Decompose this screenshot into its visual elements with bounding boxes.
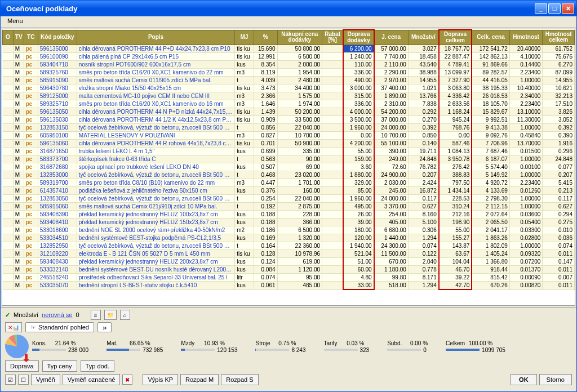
column-header[interactable]: MJ xyxy=(235,30,254,45)
table-cell: 2 310.00 xyxy=(374,100,409,108)
table-row[interactable]: Mpc585915060směs maltová suchá Cemix 021… xyxy=(3,203,575,211)
table-cell: pc xyxy=(24,61,38,69)
vymen-button[interactable]: Vyměň xyxy=(31,374,60,385)
column-header[interactable]: O xyxy=(3,30,14,45)
ok-button[interactable]: OK xyxy=(511,374,537,385)
table-cell: 1.439 xyxy=(254,108,277,116)
table-cell xyxy=(3,179,14,187)
column-header[interactable]: Rabat [%] xyxy=(322,30,344,45)
column-header[interactable]: TV xyxy=(13,30,24,45)
table-row[interactable]: Mpc596135030cihla děrovaná POROTHERM 44 … xyxy=(3,116,575,124)
column-header[interactable]: Hmotnost celkem xyxy=(543,30,575,45)
table-row[interactable]: Mpc245518240prostředek odbedňovací Sika … xyxy=(3,274,575,282)
column-header[interactable]: J. cena xyxy=(374,30,409,45)
table-cell: 14.955 xyxy=(543,77,575,84)
close-button[interactable]: ✕ xyxy=(562,3,574,14)
rozpad-s-button[interactable]: Rozpad S xyxy=(221,374,258,385)
table-cell: 1.00000 xyxy=(509,77,543,84)
table-row[interactable]: Mpc614357410podlážka lešeňová z jehlična… xyxy=(3,187,575,195)
table-cell xyxy=(322,179,344,187)
table-cell: 10.621 xyxy=(543,84,575,92)
table-row[interactable]: Mpc596135000cihla děrovaná POROTHERM 44 … xyxy=(3,45,575,53)
maximize-button[interactable]: □ xyxy=(548,3,561,14)
storno-button[interactable]: Storno xyxy=(539,374,572,385)
table-cell: 16.872 xyxy=(408,187,438,195)
clear-filter-icon[interactable]: ✕📊 xyxy=(5,322,22,332)
table-cell xyxy=(322,100,344,108)
table-cell: t xyxy=(235,242,254,250)
column-header[interactable]: Celk. cena xyxy=(472,30,509,45)
table-cell xyxy=(322,274,344,282)
table-row[interactable]: Mpc533035070bednění stropní LS-BEST-stat… xyxy=(3,282,575,290)
table-row[interactable]: Mpc585915090směs maltová suchá Cemix 011… xyxy=(3,77,575,84)
table-cell xyxy=(322,266,344,274)
table-cell: 1.294 xyxy=(408,234,438,242)
table-row[interactable]: Mpc596100090cihla pálená plná CP 29x14x6… xyxy=(3,53,575,61)
column-header[interactable]: % xyxy=(254,30,277,45)
table-row[interactable]: Mpc533032140bednění systémové BEST-DU no… xyxy=(3,266,575,274)
table-cell: 533032140 xyxy=(38,266,77,274)
table-row[interactable]: Mpc605950100MATERIAL LESENOVY V POUZIVAN… xyxy=(3,132,575,140)
view-next-button[interactable]: » xyxy=(97,322,112,332)
menu-item[interactable]: Menu xyxy=(4,16,26,25)
table-row[interactable]: Mpc132853050tyč ocelová žebírková, výztu… xyxy=(3,195,575,203)
table-cell: 768.76 xyxy=(439,124,472,132)
table-row[interactable]: Mpc132853150tyč ocelová žebírková, výztu… xyxy=(3,124,575,132)
table-cell: 7.838 xyxy=(408,100,438,108)
table-row[interactable]: Mpc589325760směs pro beton třída C16/20 … xyxy=(3,69,575,77)
typ-dod-button[interactable]: Typ dod. xyxy=(81,360,114,372)
table-row[interactable]: Mpc533034510bednění systémové BEST-stojk… xyxy=(3,234,575,242)
column-header[interactable]: Kód položky xyxy=(38,30,77,45)
filter-tool-2[interactable]: 📁 xyxy=(104,310,117,320)
table-row[interactable]: Mpc533018600bednění NOE SL 2000 ocelový … xyxy=(3,226,575,234)
uncheck-all-button[interactable]: ☐ xyxy=(18,375,29,385)
table-row[interactable]: Mpc596430780vložka stropní Miako 15/50 4… xyxy=(3,84,575,92)
data-grid[interactable]: OTVTCKód položkyPopisMJ%Nákupní cena dod… xyxy=(2,29,575,306)
filter-tool-3[interactable]: ⌂ xyxy=(120,310,130,320)
table-cell: překlad keramický jednostranný HELUZ 100… xyxy=(77,211,234,219)
table-cell: MATERIAL LESENOVY V POUZIVANI xyxy=(77,132,234,140)
table-row[interactable]: Mpc593408390překlad keramický jednostran… xyxy=(3,211,575,219)
column-header[interactable]: Nákupní cena dodávky xyxy=(277,30,322,45)
table-row[interactable]: Mpc589325710směs pro beton třída C16/20 … xyxy=(3,100,575,108)
vypis-kp-button[interactable]: Výpis KP xyxy=(143,374,178,385)
table-cell: 60.00 xyxy=(343,266,374,274)
table-cell: 0.011 xyxy=(543,282,575,290)
table-cell: bednění NOE SL 2000 ocelový rám+překližk… xyxy=(77,226,234,234)
table-row[interactable]: Mpc312109220elektroda E - B 121 ČSN 05 5… xyxy=(3,250,575,258)
table-row[interactable]: Mpc593408430překlad keramický jednostran… xyxy=(3,258,575,266)
column-header[interactable]: Hmotnost xyxy=(509,30,543,45)
column-header[interactable]: Popis xyxy=(77,30,234,45)
table-cell: štěrkopísek frakce 0-63 třída C xyxy=(77,155,234,163)
remove-button[interactable]: ✖ xyxy=(122,375,132,385)
table-row[interactable]: Mpc316872680spojka upínací pro trubkové … xyxy=(3,163,575,171)
table-cell xyxy=(3,92,14,100)
filter-tool-1[interactable]: ≡ xyxy=(91,310,101,320)
minimize-button[interactable]: _ xyxy=(535,3,547,14)
column-header[interactable]: Množství xyxy=(408,30,438,45)
vymen-oznacene-button[interactable]: Vyměň označené xyxy=(63,374,121,385)
view-select[interactable]: ☞ Standardní pohled xyxy=(25,322,94,332)
table-row[interactable]: Mpc593408410překlad keramický jednostran… xyxy=(3,219,575,226)
rozpad-m-button[interactable]: Rozpad M xyxy=(180,374,219,385)
table-cell: pc xyxy=(24,116,38,124)
table-cell: 670.00 xyxy=(374,258,409,266)
column-header[interactable]: Doprava dodávky xyxy=(343,30,374,45)
check-all-button[interactable]: ☑ xyxy=(5,375,16,385)
filter-operator-link[interactable]: nerovná se xyxy=(42,311,72,318)
column-header[interactable]: TC xyxy=(24,30,38,45)
table-row[interactable]: Mpc132853000tyč ocelová žebírková, výztu… xyxy=(3,171,575,179)
typ-ceny-button[interactable]: Typ ceny xyxy=(42,360,77,372)
table-row[interactable]: Mpc596135050cihla děrovaná POROTHERM 44 … xyxy=(3,108,575,116)
table-row[interactable]: Mpc316871650trubka lešení LEKO L 4 m 1,5… xyxy=(3,148,575,155)
table-row[interactable]: Mpc589125000malta cementová MC-10 pojivo… xyxy=(3,92,575,100)
table-row[interactable]: Mpc589319700směs pro beton třída C8/10 (… xyxy=(3,179,575,187)
column-header[interactable]: Doprava celkem xyxy=(439,30,472,45)
table-cell: 1 960.00 xyxy=(343,124,374,132)
table-cell: 228.00 xyxy=(277,211,322,219)
table-cell: M xyxy=(13,100,24,108)
table-row[interactable]: Mpc132852950tyč ocelová žebírková, výztu… xyxy=(3,242,575,250)
table-row[interactable]: Mpc593404710nosník stropní POT600/902 60… xyxy=(3,61,575,69)
table-row[interactable]: Mpc596135060cihla děrovaná POROTHERM 44 … xyxy=(3,140,575,148)
table-row[interactable]: Mpc583373700štěrkopísek frakce 0-63 tříd… xyxy=(3,155,575,163)
